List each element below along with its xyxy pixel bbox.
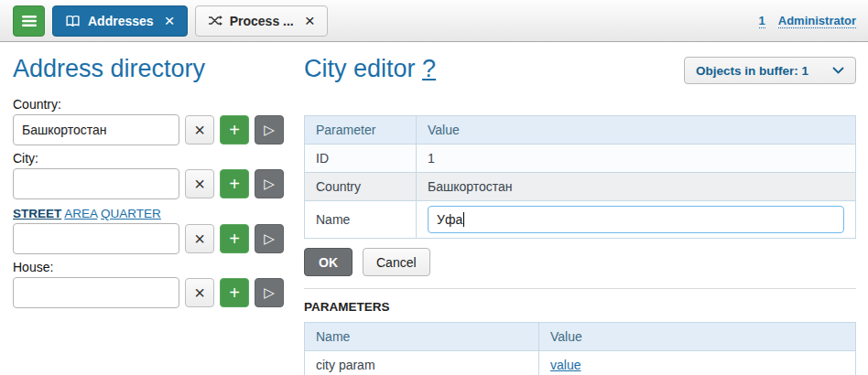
topbar-user-area: 1 Administrator <box>759 14 856 28</box>
city-add-button[interactable]: + <box>220 169 249 198</box>
address-directory-title: Address directory <box>13 55 291 82</box>
param-cell: ID <box>305 145 417 173</box>
street-link[interactable]: STREET <box>13 207 61 220</box>
quarter-link[interactable]: QUARTER <box>101 207 161 220</box>
plus-icon: + <box>229 174 240 195</box>
city-clear-button[interactable]: × <box>185 169 214 198</box>
value-column-header: Value <box>417 116 856 145</box>
city-editor-header: City editor ? Objects in buffer: 1 <box>304 55 856 97</box>
city-editor-title: City editor ? <box>304 55 436 82</box>
tab-close-icon[interactable]: × <box>305 12 315 29</box>
table-row-country: Country Башкортостан <box>305 173 856 201</box>
plus-icon: + <box>229 283 240 304</box>
play-icon: ▷ <box>264 230 275 247</box>
address-directory-panel: Address directory Country: × + ▷ City: ×… <box>13 55 291 375</box>
area-link[interactable]: AREA <box>64 207 97 220</box>
book-icon <box>65 15 81 27</box>
city-editor-title-text: City editor <box>304 55 416 82</box>
name-column-header: Name <box>305 323 539 351</box>
objects-in-buffer-dropdown[interactable]: Objects in buffer: 1 <box>684 57 856 84</box>
section-divider <box>304 288 856 289</box>
value-column-header: Value <box>539 323 856 351</box>
street-clear-button[interactable]: × <box>185 224 214 253</box>
table-header-row: Parameter Value <box>305 116 856 145</box>
main-content: Address directory Country: × + ▷ City: ×… <box>0 42 868 375</box>
buffer-dropdown-label: Objects in buffer: 1 <box>696 64 808 78</box>
house-clear-button[interactable]: × <box>185 278 214 307</box>
country-add-button[interactable]: + <box>220 115 249 145</box>
tab-close-icon[interactable]: × <box>165 12 175 29</box>
house-label: House: <box>13 260 291 274</box>
table-header-row: Name Value <box>305 323 856 351</box>
play-icon: ▷ <box>264 284 275 301</box>
street-input[interactable] <box>13 223 179 254</box>
param-cell: Country <box>305 173 417 201</box>
parameter-column-header: Parameter <box>305 116 417 145</box>
street-type-links: STREET AREA QUARTER <box>13 207 291 220</box>
table-row-id: ID 1 <box>305 145 856 173</box>
param-value-link[interactable]: value <box>550 358 580 372</box>
value-cell: Уфа <box>417 201 856 239</box>
tab-label: Process ... <box>230 14 294 28</box>
param-cell: Name <box>305 201 417 239</box>
notification-count-link[interactable]: 1 <box>759 14 765 28</box>
chevron-down-icon <box>832 67 844 74</box>
plus-icon: + <box>229 229 240 250</box>
menu-button[interactable] <box>13 5 45 37</box>
name-input[interactable]: Уфа <box>428 206 844 233</box>
country-apply-button[interactable]: ▷ <box>255 115 284 145</box>
tab-addresses[interactable]: Addresses × <box>52 5 188 37</box>
param-name-cell: city param <box>305 351 539 375</box>
name-input-value: Уфа <box>437 212 462 227</box>
editor-button-bar: OK Cancel <box>304 248 856 276</box>
play-icon: ▷ <box>264 122 275 138</box>
help-link[interactable]: ? <box>422 55 436 82</box>
top-bar: Addresses × Process ... × 1 Administrato… <box>0 0 868 42</box>
tab-process[interactable]: Process ... × <box>195 5 328 37</box>
text-cursor <box>463 212 464 227</box>
city-apply-button[interactable]: ▷ <box>255 169 284 198</box>
parameters-table: Name Value city param value <box>304 322 856 375</box>
ok-button[interactable]: OK <box>304 248 353 276</box>
country-label: Country: <box>13 97 291 112</box>
country-input[interactable] <box>13 114 179 145</box>
street-add-button[interactable]: + <box>220 224 249 253</box>
city-editor-panel: City editor ? Objects in buffer: 1 Param… <box>304 55 856 375</box>
hamburger-icon <box>21 15 38 27</box>
cancel-button[interactable]: Cancel <box>363 248 430 276</box>
value-cell: Башкортостан <box>417 173 856 201</box>
plus-icon: + <box>229 120 240 141</box>
shuffle-icon <box>208 15 222 27</box>
street-apply-button[interactable]: ▷ <box>255 224 284 253</box>
tab-label: Addresses <box>88 14 154 28</box>
country-field-row: × + ▷ <box>13 114 291 145</box>
clear-icon: × <box>194 174 205 195</box>
clear-icon: × <box>194 120 205 141</box>
city-label: City: <box>13 151 291 166</box>
city-editor-table: Parameter Value ID 1 Country Башкортоста… <box>304 115 856 239</box>
play-icon: ▷ <box>264 176 275 192</box>
house-input[interactable] <box>13 277 179 308</box>
clear-icon: × <box>194 229 205 250</box>
clear-icon: × <box>194 283 205 304</box>
value-cell: 1 <box>417 145 856 173</box>
table-row-city-param: city param value <box>305 351 856 375</box>
user-link[interactable]: Administrator <box>778 14 856 28</box>
house-add-button[interactable]: + <box>220 278 249 307</box>
house-field-row: × + ▷ <box>13 277 291 308</box>
table-row-name: Name Уфа <box>305 201 856 239</box>
street-field-row: × + ▷ <box>13 223 291 254</box>
country-clear-button[interactable]: × <box>185 115 214 145</box>
house-apply-button[interactable]: ▷ <box>255 278 284 307</box>
parameters-section-title: PARAMETERS <box>304 300 856 314</box>
city-field-row: × + ▷ <box>13 168 291 199</box>
param-value-cell: value <box>539 351 856 375</box>
city-input[interactable] <box>13 168 179 199</box>
